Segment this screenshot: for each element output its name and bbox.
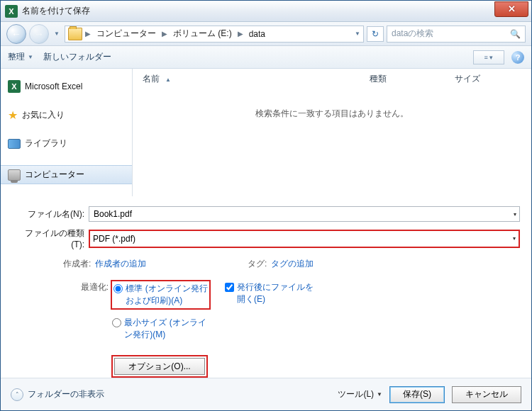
- author-add-link[interactable]: 作成者の追加: [95, 258, 146, 270]
- folder-icon: [68, 28, 82, 40]
- optimize-label: 最適化:: [63, 280, 109, 293]
- search-icon: 🔍: [510, 29, 521, 39]
- open-after-checkbox[interactable]: 発行後にファイルを 開く(E): [225, 281, 314, 305]
- col-type[interactable]: 種類: [370, 73, 455, 85]
- cancel-button[interactable]: キャンセル: [452, 386, 521, 403]
- breadcrumb-volume[interactable]: ボリューム (E:): [170, 26, 235, 41]
- sidebar-item-excel[interactable]: X Microsoft Excel: [8, 80, 125, 93]
- filetype-select[interactable]: PDF (*.pdf) ▾: [89, 230, 520, 248]
- col-name[interactable]: 名前: [143, 74, 160, 84]
- chevron-down-icon: ▼: [28, 54, 33, 60]
- window-title: 名前を付けて保存: [22, 5, 494, 17]
- filename-input[interactable]: Book1.pdf ▾: [89, 206, 520, 222]
- new-folder-button[interactable]: 新しいフォルダー: [43, 51, 111, 63]
- sidebar-item-favorites[interactable]: ★ お気に入り: [8, 108, 125, 122]
- toolbar: 整理 ▼ 新しいフォルダー ≡ ▾ ?: [1, 46, 531, 69]
- breadcrumb[interactable]: ▶ コンピューター ▶ ボリューム (E:) ▶ data ▼: [65, 26, 364, 43]
- sidebar: X Microsoft Excel ★ お気に入り ライブラリ コンピューター: [1, 69, 133, 196]
- optimize-standard-radio[interactable]: 標準 (オンライン発行 および印刷)(A): [111, 280, 210, 310]
- back-button[interactable]: ←: [6, 24, 26, 44]
- hide-folders-toggle[interactable]: ˄ フォルダーの非表示: [11, 388, 104, 401]
- column-headers[interactable]: 名前▲ 種類 サイズ: [133, 69, 531, 89]
- excel-app-icon: X: [5, 5, 18, 18]
- help-button[interactable]: ?: [511, 51, 524, 64]
- filetype-label: ファイルの種類(T):: [12, 227, 89, 249]
- file-pane: 名前▲ 種類 サイズ 検索条件に一致する項目はありません。: [133, 69, 531, 196]
- nav-bar: ← → ▼ ▶ コンピューター ▶ ボリューム (E:) ▶ data ▼ ↻ …: [1, 22, 531, 46]
- forward-button[interactable]: →: [29, 24, 49, 44]
- chevron-right-icon: ▶: [236, 30, 245, 38]
- chevron-down-icon[interactable]: ▾: [513, 235, 516, 242]
- tag-add-link[interactable]: タグの追加: [271, 258, 314, 270]
- empty-message: 検索条件に一致する項目はありません。: [133, 108, 531, 120]
- computer-icon: [8, 169, 21, 181]
- sort-asc-icon: ▲: [165, 77, 171, 83]
- chevron-down-icon[interactable]: ▼: [355, 30, 360, 37]
- search-placeholder: dataの検索: [392, 28, 433, 40]
- optimize-minimum-radio[interactable]: 最小サイズ (オンライ ン発行)(M): [111, 315, 210, 342]
- tag-label: タグ:: [248, 258, 267, 270]
- organize-menu[interactable]: 整理 ▼: [8, 51, 33, 63]
- col-size[interactable]: サイズ: [455, 73, 511, 85]
- library-icon: [8, 139, 21, 149]
- save-button[interactable]: 保存(S): [389, 386, 445, 403]
- chevron-up-icon: ˄: [11, 388, 23, 401]
- tools-menu[interactable]: ツール(L) ▼: [338, 388, 382, 400]
- star-icon: ★: [8, 108, 18, 122]
- breadcrumb-folder[interactable]: data: [246, 28, 268, 40]
- chevron-right-icon: ▶: [84, 30, 92, 38]
- refresh-button[interactable]: ↻: [367, 26, 384, 42]
- chevron-right-icon: ▶: [160, 30, 169, 38]
- view-switcher[interactable]: ≡ ▾: [473, 50, 504, 64]
- close-button[interactable]: ✕: [494, 1, 528, 17]
- history-dropdown[interactable]: ▼: [52, 30, 62, 37]
- sidebar-item-computer[interactable]: コンピューター: [1, 165, 132, 184]
- excel-icon: X: [8, 80, 21, 93]
- titlebar: X 名前を付けて保存 ✕: [1, 1, 531, 22]
- breadcrumb-root[interactable]: コンピューター: [94, 26, 159, 41]
- chevron-down-icon: ▼: [377, 391, 382, 398]
- search-input[interactable]: dataの検索 🔍: [387, 26, 526, 43]
- author-label: 作成者:: [63, 258, 91, 270]
- sidebar-item-libraries[interactable]: ライブラリ: [8, 137, 125, 150]
- options-button[interactable]: オプション(O)...: [114, 358, 205, 375]
- footer: ˄ フォルダーの非表示 ツール(L) ▼ 保存(S) キャンセル: [1, 378, 531, 410]
- chevron-down-icon[interactable]: ▾: [514, 211, 516, 218]
- filename-label: ファイル名(N):: [12, 208, 89, 220]
